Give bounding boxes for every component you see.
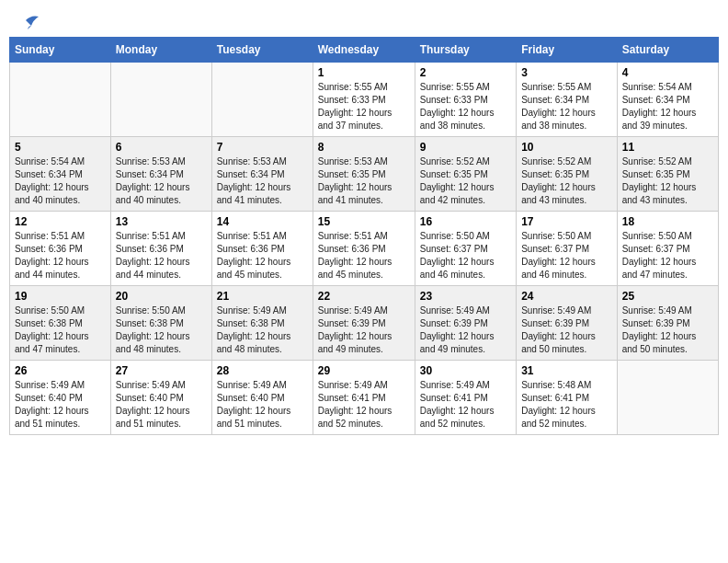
- day-info: Sunrise: 5:53 AM Sunset: 6:34 PM Dayligh…: [217, 155, 308, 207]
- day-info: Sunrise: 5:49 AM Sunset: 6:39 PM Dayligh…: [420, 304, 511, 356]
- day-info: Sunrise: 5:49 AM Sunset: 6:41 PM Dayligh…: [420, 379, 511, 431]
- day-info: Sunrise: 5:50 AM Sunset: 6:38 PM Dayligh…: [15, 304, 106, 356]
- calendar-cell: 19Sunrise: 5:50 AM Sunset: 6:38 PM Dayli…: [10, 286, 111, 361]
- day-info: Sunrise: 5:50 AM Sunset: 6:37 PM Dayligh…: [521, 230, 612, 282]
- calendar-cell: [10, 63, 111, 137]
- day-number: 12: [15, 215, 106, 228]
- calendar-cell: 29Sunrise: 5:49 AM Sunset: 6:41 PM Dayli…: [313, 361, 415, 435]
- calendar-week-row: 5Sunrise: 5:54 AM Sunset: 6:34 PM Daylig…: [10, 137, 719, 212]
- day-number: 19: [15, 290, 106, 303]
- calendar-cell: 3Sunrise: 5:55 AM Sunset: 6:34 PM Daylig…: [517, 63, 618, 137]
- day-info: Sunrise: 5:49 AM Sunset: 6:41 PM Dayligh…: [318, 379, 410, 431]
- calendar-cell: [211, 63, 313, 137]
- day-number: 18: [622, 215, 713, 228]
- calendar-header-row: SundayMondayTuesdayWednesdayThursdayFrid…: [10, 38, 719, 63]
- calendar-cell: [110, 63, 211, 137]
- day-info: Sunrise: 5:51 AM Sunset: 6:36 PM Dayligh…: [318, 230, 410, 282]
- calendar-day-header: Sunday: [10, 38, 111, 63]
- day-info: Sunrise: 5:49 AM Sunset: 6:40 PM Dayligh…: [15, 379, 106, 431]
- day-number: 26: [15, 364, 106, 377]
- day-info: Sunrise: 5:53 AM Sunset: 6:35 PM Dayligh…: [318, 155, 410, 207]
- day-number: 30: [420, 364, 511, 377]
- day-info: Sunrise: 5:49 AM Sunset: 6:39 PM Dayligh…: [622, 304, 713, 356]
- calendar-cell: 21Sunrise: 5:49 AM Sunset: 6:38 PM Dayli…: [211, 286, 313, 361]
- day-info: Sunrise: 5:51 AM Sunset: 6:36 PM Dayligh…: [217, 230, 308, 282]
- page-header: [9, 9, 719, 29]
- calendar-cell: 25Sunrise: 5:49 AM Sunset: 6:39 PM Dayli…: [617, 286, 718, 361]
- calendar-cell: 6Sunrise: 5:53 AM Sunset: 6:34 PM Daylig…: [110, 137, 211, 212]
- day-number: 9: [420, 141, 511, 154]
- day-info: Sunrise: 5:49 AM Sunset: 6:40 PM Dayligh…: [217, 379, 308, 431]
- calendar-cell: 5Sunrise: 5:54 AM Sunset: 6:34 PM Daylig…: [10, 137, 111, 212]
- calendar-cell: 22Sunrise: 5:49 AM Sunset: 6:39 PM Dayli…: [313, 286, 415, 361]
- day-number: 4: [622, 66, 713, 79]
- day-number: 21: [217, 290, 308, 303]
- day-number: 16: [420, 215, 511, 228]
- day-number: 2: [420, 66, 511, 79]
- calendar-week-row: 19Sunrise: 5:50 AM Sunset: 6:38 PM Dayli…: [10, 286, 719, 361]
- calendar-cell: 10Sunrise: 5:52 AM Sunset: 6:35 PM Dayli…: [517, 137, 618, 212]
- calendar-cell: 20Sunrise: 5:50 AM Sunset: 6:38 PM Dayli…: [110, 286, 211, 361]
- calendar-cell: 16Sunrise: 5:50 AM Sunset: 6:37 PM Dayli…: [415, 212, 516, 286]
- day-number: 10: [521, 141, 612, 154]
- calendar-day-header: Wednesday: [313, 38, 415, 63]
- day-number: 3: [521, 66, 612, 79]
- day-info: Sunrise: 5:53 AM Sunset: 6:34 PM Dayligh…: [116, 155, 207, 207]
- day-number: 8: [318, 141, 410, 154]
- day-info: Sunrise: 5:50 AM Sunset: 6:37 PM Dayligh…: [420, 230, 511, 282]
- calendar-cell: 18Sunrise: 5:50 AM Sunset: 6:37 PM Dayli…: [617, 212, 718, 286]
- calendar-cell: 17Sunrise: 5:50 AM Sunset: 6:37 PM Dayli…: [517, 212, 618, 286]
- calendar-cell: 26Sunrise: 5:49 AM Sunset: 6:40 PM Dayli…: [10, 361, 111, 435]
- calendar-day-header: Monday: [110, 38, 211, 63]
- day-info: Sunrise: 5:49 AM Sunset: 6:39 PM Dayligh…: [318, 304, 410, 356]
- day-number: 6: [116, 141, 207, 154]
- calendar-cell: 7Sunrise: 5:53 AM Sunset: 6:34 PM Daylig…: [211, 137, 313, 212]
- calendar-cell: 13Sunrise: 5:51 AM Sunset: 6:36 PM Dayli…: [110, 212, 211, 286]
- calendar-day-header: Friday: [517, 38, 618, 63]
- day-number: 24: [521, 290, 612, 303]
- calendar-cell: 1Sunrise: 5:55 AM Sunset: 6:33 PM Daylig…: [313, 63, 415, 137]
- day-number: 17: [521, 215, 612, 228]
- calendar-day-header: Thursday: [415, 38, 516, 63]
- calendar-cell: 9Sunrise: 5:52 AM Sunset: 6:35 PM Daylig…: [415, 137, 516, 212]
- day-info: Sunrise: 5:55 AM Sunset: 6:33 PM Dayligh…: [318, 81, 410, 132]
- logo: [15, 13, 39, 26]
- calendar-day-header: Saturday: [617, 38, 718, 63]
- day-number: 15: [318, 215, 410, 228]
- day-number: 31: [521, 364, 612, 377]
- calendar-table: SundayMondayTuesdayWednesdayThursdayFrid…: [9, 37, 719, 435]
- logo-bird-icon: [18, 13, 39, 29]
- day-info: Sunrise: 5:55 AM Sunset: 6:33 PM Dayligh…: [420, 81, 511, 132]
- calendar-cell: 23Sunrise: 5:49 AM Sunset: 6:39 PM Dayli…: [415, 286, 516, 361]
- calendar-cell: 4Sunrise: 5:54 AM Sunset: 6:34 PM Daylig…: [617, 63, 718, 137]
- calendar-cell: 14Sunrise: 5:51 AM Sunset: 6:36 PM Dayli…: [211, 212, 313, 286]
- day-info: Sunrise: 5:49 AM Sunset: 6:40 PM Dayligh…: [116, 379, 207, 431]
- day-info: Sunrise: 5:52 AM Sunset: 6:35 PM Dayligh…: [521, 155, 612, 207]
- day-number: 13: [116, 215, 207, 228]
- day-number: 1: [318, 66, 410, 79]
- day-number: 14: [217, 215, 308, 228]
- day-info: Sunrise: 5:52 AM Sunset: 6:35 PM Dayligh…: [420, 155, 511, 207]
- day-number: 25: [622, 290, 713, 303]
- day-number: 29: [318, 364, 410, 377]
- calendar-cell: 27Sunrise: 5:49 AM Sunset: 6:40 PM Dayli…: [110, 361, 211, 435]
- day-info: Sunrise: 5:49 AM Sunset: 6:39 PM Dayligh…: [521, 304, 612, 356]
- day-info: Sunrise: 5:50 AM Sunset: 6:37 PM Dayligh…: [622, 230, 713, 282]
- day-info: Sunrise: 5:52 AM Sunset: 6:35 PM Dayligh…: [622, 155, 713, 207]
- calendar-cell: [617, 361, 718, 435]
- calendar-week-row: 12Sunrise: 5:51 AM Sunset: 6:36 PM Dayli…: [10, 212, 719, 286]
- day-number: 5: [15, 141, 106, 154]
- calendar-cell: 2Sunrise: 5:55 AM Sunset: 6:33 PM Daylig…: [415, 63, 516, 137]
- calendar-cell: 31Sunrise: 5:48 AM Sunset: 6:41 PM Dayli…: [517, 361, 618, 435]
- calendar-week-row: 26Sunrise: 5:49 AM Sunset: 6:40 PM Dayli…: [10, 361, 719, 435]
- day-info: Sunrise: 5:55 AM Sunset: 6:34 PM Dayligh…: [521, 81, 612, 132]
- day-info: Sunrise: 5:51 AM Sunset: 6:36 PM Dayligh…: [15, 230, 106, 282]
- calendar-cell: 24Sunrise: 5:49 AM Sunset: 6:39 PM Dayli…: [517, 286, 618, 361]
- day-info: Sunrise: 5:54 AM Sunset: 6:34 PM Dayligh…: [15, 155, 106, 207]
- day-number: 7: [217, 141, 308, 154]
- calendar-day-header: Tuesday: [211, 38, 313, 63]
- day-number: 23: [420, 290, 511, 303]
- calendar-cell: 15Sunrise: 5:51 AM Sunset: 6:36 PM Dayli…: [313, 212, 415, 286]
- day-number: 28: [217, 364, 308, 377]
- day-number: 20: [116, 290, 207, 303]
